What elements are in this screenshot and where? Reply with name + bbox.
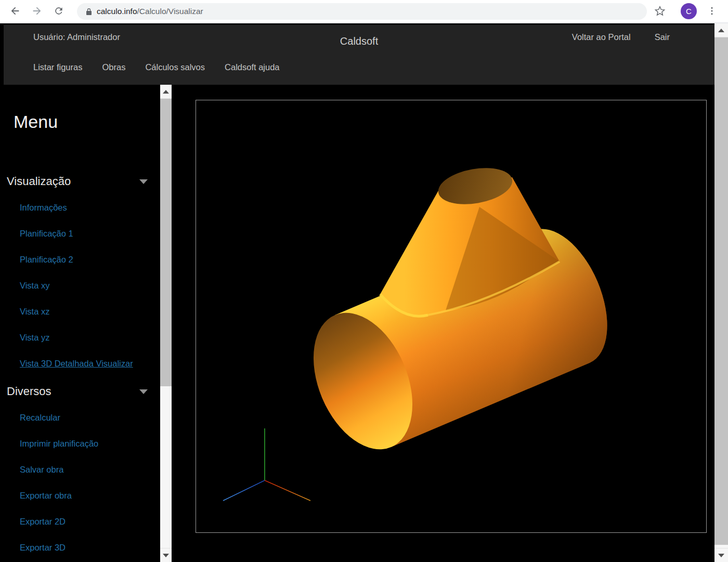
page-scroll-down-icon[interactable] <box>714 548 728 562</box>
page-scroll-up-icon[interactable] <box>714 23 728 37</box>
lock-icon <box>86 8 92 16</box>
browser-menu-icon[interactable] <box>705 4 719 18</box>
chevron-down-icon <box>139 179 148 184</box>
sidebar: Menu VisualizaçãoInformaçõesPlanificação… <box>0 85 160 562</box>
sidebar-menu: VisualizaçãoInformaçõesPlanificação 1Pla… <box>0 174 160 560</box>
url-bar[interactable]: calculo.info/Calculo/Visualizar <box>77 3 647 20</box>
menu-link-vista-xz[interactable]: Vista xz <box>0 298 160 324</box>
menu-link-vista-yz[interactable]: Vista yz <box>0 324 160 350</box>
menu-link-informacoes[interactable]: Informações <box>0 194 160 220</box>
url-host: calculo.info <box>97 7 137 16</box>
app-header: Usuário: Administrador Caldsoft Voltar a… <box>4 25 714 85</box>
browser-chrome: calculo.info/Calculo/Visualizar C <box>0 0 728 23</box>
section-label: Diversos <box>7 385 51 398</box>
axis-triad-icon <box>223 428 310 501</box>
menu-items-diversos: RecalcularImprimir planificaçãoSalvar ob… <box>0 404 160 560</box>
url-text: calculo.info/Calculo/Visualizar <box>97 7 203 16</box>
nav-caldsoft-ajuda[interactable]: Caldsoft ajuda <box>225 62 280 72</box>
sidebar-title: Menu <box>14 112 160 136</box>
section-visualizacao[interactable]: Visualização <box>0 174 160 189</box>
star-icon[interactable] <box>653 4 667 18</box>
reload-icon[interactable] <box>52 4 66 18</box>
axis-z-blue <box>223 480 265 501</box>
avatar[interactable]: C <box>681 3 697 19</box>
sidebar-scroll-down-icon[interactable] <box>160 548 172 562</box>
pipe-tee-model <box>294 163 626 464</box>
menu-link-vista-xy[interactable]: Vista xy <box>0 272 160 298</box>
page-scrollbar-thumb[interactable] <box>714 37 728 545</box>
header-link-sair[interactable]: Sair <box>655 32 670 42</box>
triangle-down-icon <box>718 554 724 557</box>
url-path: /Calculo/Visualizar <box>137 7 203 16</box>
header-link-voltar-ao-portal[interactable]: Voltar ao Portal <box>572 32 631 42</box>
menu-link-exportar-2d[interactable]: Exportar 2D <box>0 508 160 534</box>
triangle-down-icon <box>163 554 169 557</box>
chevron-down-icon <box>139 389 148 394</box>
triangle-up-icon <box>718 29 724 32</box>
menu-link-planificacao-2[interactable]: Planificação 2 <box>0 246 160 272</box>
forward-icon[interactable] <box>30 4 44 18</box>
menu-link-planificacao-1[interactable]: Planificação 1 <box>0 220 160 246</box>
page-scrollbar[interactable] <box>714 23 728 562</box>
triangle-up-icon <box>163 90 169 94</box>
header-nav: Listar figurasObrasCálculos salvosCaldso… <box>33 62 280 72</box>
viewport-3d[interactable] <box>196 100 707 533</box>
menu-link-exportar-obra[interactable]: Exportar obra <box>0 482 160 508</box>
sidebar-scrollbar[interactable] <box>160 85 172 562</box>
menu-items-visualizacao: InformaçõesPlanificação 1Planificação 2V… <box>0 194 160 376</box>
section-label: Visualização <box>7 175 71 188</box>
menu-link-vista-3d-detalhada-visualizar[interactable]: Vista 3D Detalhada Visualizar <box>0 350 160 376</box>
back-icon[interactable] <box>8 4 22 18</box>
menu-link-exportar-3d[interactable]: Exportar 3D <box>0 534 160 560</box>
tee-pipe-render <box>196 100 706 532</box>
sidebar-scroll-up-icon[interactable] <box>160 85 172 99</box>
nav-calculos-salvos[interactable]: Cálculos salvos <box>145 62 205 72</box>
menu-link-recalcular[interactable]: Recalcular <box>0 404 160 430</box>
sidebar-scrollbar-thumb[interactable] <box>160 99 172 386</box>
header-links: Voltar ao PortalSair <box>572 32 670 42</box>
axis-x-red <box>265 480 310 501</box>
nav-listar-figuras[interactable]: Listar figuras <box>33 62 82 72</box>
menu-link-imprimir-planificacao[interactable]: Imprimir planificação <box>0 430 160 456</box>
section-diversos[interactable]: Diversos <box>0 384 160 399</box>
nav-obras[interactable]: Obras <box>102 62 125 72</box>
menu-link-salvar-obra[interactable]: Salvar obra <box>0 456 160 482</box>
